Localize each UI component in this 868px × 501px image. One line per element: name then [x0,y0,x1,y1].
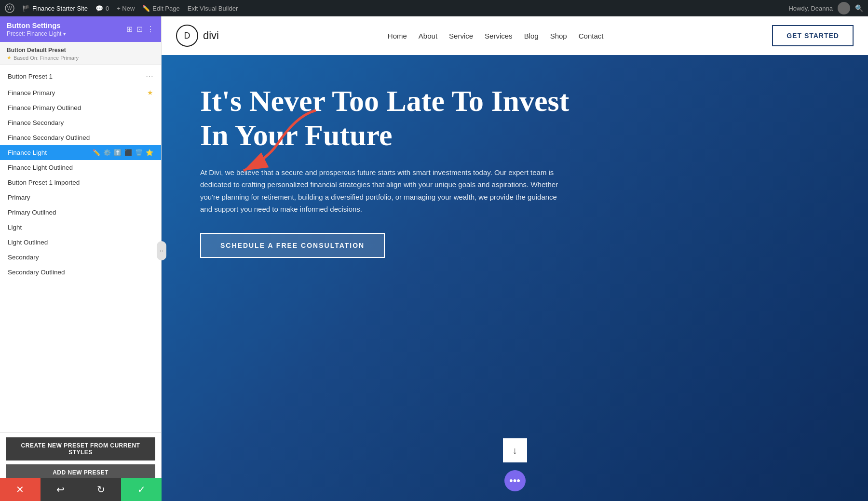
exit-builder-item[interactable]: Exit Visual Builder [188,5,238,12]
undo-button[interactable]: ↩ [41,478,81,501]
site-name-label: Finance Starter Site [32,5,88,12]
preset-item-label: Finance Primary Outlined [8,104,153,111]
schedule-consultation-button[interactable]: SCHEDULE A FREE CONSULTATION [200,233,385,258]
hero-content: It's Never Too Late To Invest In Your Fu… [200,84,586,258]
split-view-icon[interactable]: ⊡ [136,25,143,34]
preset-item-label: Finance Secondary [8,119,153,126]
hero-title: It's Never Too Late To Invest In Your Fu… [200,84,586,153]
preset-item[interactable]: Primary Outlined [0,205,161,220]
svg-text:W: W [7,6,12,11]
admin-bar-right: Howdy, Deanna 🔍 [788,2,863,14]
edit-page-item[interactable]: ✏️ Edit Page [142,5,179,12]
preset-item[interactable]: Button Preset 1 imported [0,175,161,190]
comments-count: 0 [106,5,109,12]
nav-link[interactable]: Services [485,32,513,40]
new-item[interactable]: + New [117,5,135,12]
preset-item[interactable]: Secondary Outlined [0,265,161,280]
howdy-label: Howdy, Deanna [788,5,833,12]
preset-dots-icon[interactable]: ⋯ [146,72,153,81]
preset-item[interactable]: Finance Light Outlined [0,160,161,175]
default-preset-subtitle: ★ Based On: Finance Primary [7,54,154,61]
default-preset-based-on: Based On: Finance Primary [14,55,79,61]
redo-icon: ↻ [97,484,105,495]
star-preset-icon[interactable]: ⭐ [146,149,153,156]
nav-link[interactable]: Home [388,32,407,40]
cancel-button[interactable]: ✕ [0,478,41,501]
logo-text: divi [203,29,219,42]
fullscreen-icon[interactable]: ⊞ [126,25,133,34]
bottom-toolbar: ✕ ↩ ↻ ✓ [0,478,162,501]
nav-link[interactable]: Blog [524,32,539,40]
nav-links: HomeAboutServiceServicesBlogShopContact [388,32,604,40]
preset-item[interactable]: Secondary [0,250,161,265]
pencil-icon: ✏️ [142,5,150,12]
preset-action-icons: ✏️⚙️⬆️⬛🗑️⭐ [93,149,153,156]
new-label: + New [117,5,135,12]
preset-item-label: Finance Secondary Outlined [8,134,153,141]
preset-item-label: Secondary [8,254,153,261]
nav-link[interactable]: About [419,32,437,40]
wordpress-icon: W [5,3,14,13]
logo-circle: D [176,25,198,47]
presets-list: Button Preset 1 ⋯ Finance Primary ★ Fina… [0,65,161,432]
preset-item[interactable]: Button Preset 1 ⋯ [0,68,161,85]
scroll-down-button[interactable]: ↓ [503,438,527,462]
nav-link[interactable]: Contact [579,32,604,40]
active-preset-label: Finance Light [8,149,93,156]
delete-preset-icon[interactable]: 🗑️ [135,149,143,156]
wp-logo-item[interactable]: W [5,3,14,13]
main-layout: Button Settings Preset: Finance Light ▾ … [0,16,868,501]
preset-item[interactable]: Finance Primary Outlined [0,100,161,115]
comments-item[interactable]: 💬 0 [95,5,109,12]
preset-item[interactable]: Finance Secondary [0,115,161,130]
search-icon[interactable]: 🔍 [855,4,863,12]
panel-header-left: Button Settings Preset: Finance Light ▾ [7,21,66,37]
site-name-item[interactable]: 🏴 Finance Starter Site [22,5,88,12]
preset-item-label: Primary [8,194,153,201]
preset-item[interactable]: Light [0,220,161,235]
preset-item[interactable]: Finance Secondary Outlined [0,130,161,145]
preset-item-label: Light [8,224,153,231]
chevron-down-icon[interactable]: ▾ [63,31,66,37]
nav-cta-button[interactable]: GET STARTED [772,25,854,46]
hero-description: At Divi, we believe that a secure and pr… [200,166,567,216]
preset-item[interactable]: Light Outlined [0,235,161,250]
edit-preset-icon[interactable]: ✏️ [93,149,100,156]
dots-icon: ••• [509,474,520,487]
default-preset-title: Button Default Preset [7,47,154,54]
cancel-icon: ✕ [16,484,24,495]
duplicate-preset-icon[interactable]: ⬛ [124,149,132,156]
right-content: D divi HomeAboutServiceServicesBlogShopC… [162,16,868,501]
resize-handle[interactable]: ↔ [157,241,166,260]
left-panel: Button Settings Preset: Finance Light ▾ … [0,16,162,501]
preset-item-label: Finance Light Outlined [8,164,153,171]
panel-header: Button Settings Preset: Finance Light ▾ … [0,16,161,42]
divi-options-button[interactable]: ••• [504,470,526,491]
checkmark-icon: ✓ [137,484,146,495]
preset-item-label: Light Outlined [8,239,153,246]
site-logo: D divi [176,25,219,47]
site-flag-icon: 🏴 [22,5,30,12]
preset-item[interactable]: Finance Primary ★ [0,85,161,100]
preset-item-label: Primary Outlined [8,209,153,216]
logo-letter: D [184,31,190,41]
preset-label: Preset: Finance Light [7,30,61,37]
hero-section: It's Never Too Late To Invest In Your Fu… [162,55,868,501]
nav-link[interactable]: Service [449,32,473,40]
nav-link[interactable]: Shop [550,32,567,40]
preset-item[interactable]: Primary [0,190,161,205]
preset-item-label: Button Preset 1 imported [8,179,153,186]
undo-icon: ↩ [56,484,65,495]
save-button[interactable]: ✓ [121,478,162,501]
site-nav: D divi HomeAboutServiceServicesBlogShopC… [162,16,868,55]
settings-preset-icon[interactable]: ⚙️ [103,149,111,156]
more-options-icon[interactable]: ⋮ [147,25,154,34]
create-preset-button[interactable]: CREATE NEW PRESET FROM CURRENT STYLES [6,437,155,460]
upload-preset-icon[interactable]: ⬆️ [114,149,122,156]
exit-builder-label: Exit Visual Builder [188,5,238,12]
admin-bar: W 🏴 Finance Starter Site 💬 0 + New ✏️ Ed… [0,0,868,16]
redo-button[interactable]: ↻ [81,478,122,501]
website-preview: D divi HomeAboutServiceServicesBlogShopC… [162,16,868,501]
preset-item[interactable]: Finance Light ✏️⚙️⬆️⬛🗑️⭐ [0,145,161,160]
panel-header-icons: ⊞ ⊡ ⋮ [126,25,154,34]
